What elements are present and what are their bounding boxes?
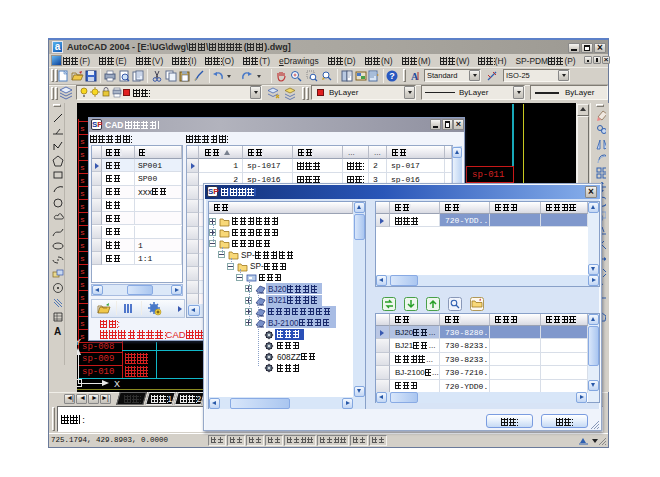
svg-text:A: A [54, 326, 61, 337]
svg-text:?: ? [389, 71, 395, 81]
